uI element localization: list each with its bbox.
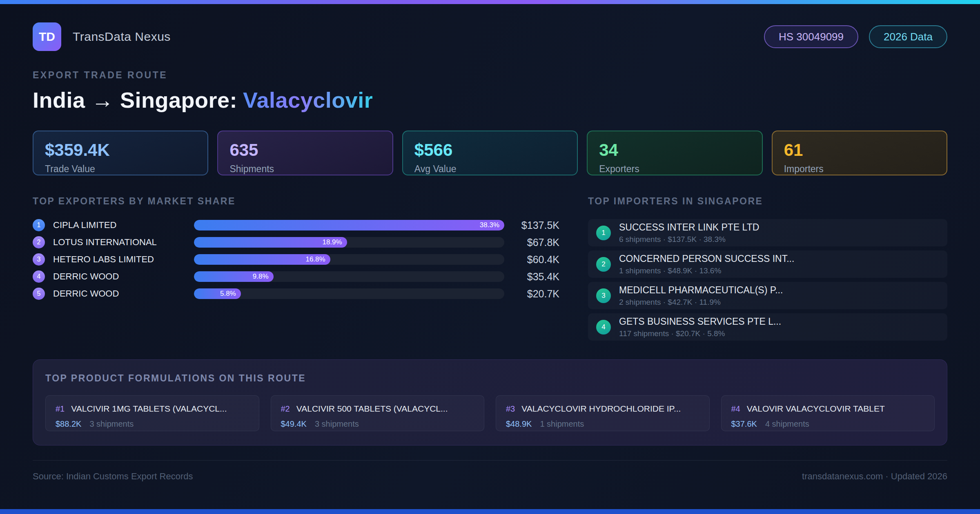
importer-card: 2 CONCERNED PERSON SUCCESS INT... 1 ship… xyxy=(588,250,947,278)
market-share-bar-track: 9.8% xyxy=(194,271,504,282)
brand[interactable]: TD TransData Nexus xyxy=(33,22,171,51)
stats-row: $359.4K Trade Value 635 Shipments $566 A… xyxy=(33,131,947,175)
product-shipments: 1 shipments xyxy=(540,419,584,429)
stat-label: Shipments xyxy=(229,164,381,175)
stat-value: 34 xyxy=(599,140,750,160)
top-accent-bar xyxy=(0,0,980,4)
product-shipments: 4 shipments xyxy=(765,419,809,429)
product-value: $49.4K xyxy=(281,419,307,429)
header: TD TransData Nexus HS 30049099 2026 Data xyxy=(33,22,947,51)
market-share-bar-track: 16.8% xyxy=(194,254,504,265)
page-title: India → Singapore:Valacyclovir xyxy=(33,87,947,113)
stat-card-shipments: 635 Shipments xyxy=(217,131,393,175)
exporter-value: $67.8K xyxy=(512,237,559,248)
product-meta: $49.4K 3 shipments xyxy=(281,419,474,429)
bottom-accent-bar xyxy=(0,509,980,514)
product-rank: #4 xyxy=(731,404,740,414)
product-name: VALCIVIR 1MG TABLETS (VALACYCL... xyxy=(71,404,227,414)
product-rank: #3 xyxy=(506,404,515,414)
exporter-rank-badge: 5 xyxy=(33,288,45,300)
product-header: #4 VALOVIR VALACYCLOVIR TABLET xyxy=(731,404,925,414)
product-title: Valacyclovir xyxy=(243,88,373,112)
product-value: $37.6K xyxy=(731,419,757,429)
importer-name: MEDICELL PHARMACEUTICAL(S) P... xyxy=(619,285,783,296)
market-share-bar-track: 18.9% xyxy=(194,237,504,248)
route-title: India → Singapore: xyxy=(33,88,237,112)
importer-detail: 1 shipments · $48.9K · 13.6% xyxy=(619,266,794,275)
market-share-bar-track: 38.3% xyxy=(194,220,504,230)
stat-label: Trade Value xyxy=(45,164,196,175)
product-name: VALCIVIR 500 TABLETS (VALACYCL... xyxy=(296,404,448,414)
hs-code-badge[interactable]: HS 30049099 xyxy=(764,25,858,48)
exporter-name: DERRIC WOOD xyxy=(53,288,186,299)
columns: TOP EXPORTERS BY MARKET SHARE 1 CIPLA LI… xyxy=(33,196,947,341)
product-name: VALOVIR VALACYCLOVIR TABLET xyxy=(747,404,885,414)
product-card: #3 VALACYCLOVIR HYDROCHLORIDE IP... $48.… xyxy=(496,395,710,431)
importer-rank-badge: 4 xyxy=(596,320,611,335)
exporter-name: LOTUS INTERNATIONAL xyxy=(53,237,186,248)
exporter-value: $20.7K xyxy=(512,288,559,300)
exporter-row: 2 LOTUS INTERNATIONAL 18.9% $67.8K xyxy=(33,236,559,248)
importer-rank-badge: 3 xyxy=(596,288,611,303)
stat-label: Importers xyxy=(784,164,935,175)
stat-value: 61 xyxy=(784,140,935,160)
product-header: #2 VALCIVIR 500 TABLETS (VALACYCL... xyxy=(281,404,474,414)
exporter-value: $60.4K xyxy=(512,254,559,266)
product-shipments: 3 shipments xyxy=(89,419,134,429)
exporter-value: $35.4K xyxy=(512,271,559,283)
year-data-badge[interactable]: 2026 Data xyxy=(869,25,947,48)
importer-info: SUCCESS INTER LINK PTE LTD 6 shipments ·… xyxy=(619,222,759,244)
stat-value: 635 xyxy=(229,140,381,160)
stat-label: Avg Value xyxy=(414,164,566,175)
exporter-row: 5 DERRIC WOOD 5.8% $20.7K xyxy=(33,288,559,300)
product-rank: #2 xyxy=(281,404,290,414)
dashboard: TD TransData Nexus HS 30049099 2026 Data… xyxy=(0,22,980,482)
exporter-rank-badge: 1 xyxy=(33,219,45,231)
importer-info: GETS BUSINESS SERVICES PTE L... 117 ship… xyxy=(619,316,781,338)
stat-card-avg-value: $566 Avg Value xyxy=(402,131,578,175)
importers-section: TOP IMPORTERS IN SINGAPORE 1 SUCCESS INT… xyxy=(588,196,947,341)
product-rank: #1 xyxy=(56,404,65,414)
importers-title: TOP IMPORTERS IN SINGAPORE xyxy=(588,196,947,207)
market-share-percent: 16.8% xyxy=(305,255,325,264)
importer-detail: 6 shipments · $137.5K · 38.3% xyxy=(619,235,759,244)
market-share-bar-fill: 5.8% xyxy=(194,288,241,299)
importer-name: SUCCESS INTER LINK PTE LTD xyxy=(619,222,759,233)
stat-value: $566 xyxy=(414,140,566,160)
product-value: $88.2K xyxy=(56,419,81,429)
importer-name: GETS BUSINESS SERVICES PTE L... xyxy=(619,316,781,327)
product-name: VALACYCLOVIR HYDROCHLORIDE IP... xyxy=(521,404,681,414)
importer-info: MEDICELL PHARMACEUTICAL(S) P... 2 shipme… xyxy=(619,285,783,307)
product-header: #3 VALACYCLOVIR HYDROCHLORIDE IP... xyxy=(506,404,699,414)
product-shipments: 3 shipments xyxy=(315,419,359,429)
exporter-rank-badge: 4 xyxy=(33,270,45,283)
brand-logo[interactable]: TD xyxy=(33,22,61,51)
importer-card: 1 SUCCESS INTER LINK PTE LTD 6 shipments… xyxy=(588,219,947,246)
exporter-rank-badge: 3 xyxy=(33,253,45,266)
exporter-row: 3 HETERO LABS LIMITED 16.8% $60.4K xyxy=(33,253,559,266)
header-badges: HS 30049099 2026 Data xyxy=(764,25,947,48)
market-share-percent: 9.8% xyxy=(253,273,269,281)
brand-name: TransData Nexus xyxy=(73,30,171,44)
market-share-bar-fill: 18.9% xyxy=(194,237,347,248)
exporters-title: TOP EXPORTERS BY MARKET SHARE xyxy=(33,196,559,207)
exporter-rank-badge: 2 xyxy=(33,236,45,248)
product-value: $48.9K xyxy=(506,419,532,429)
products-section: TOP PRODUCT FORMULATIONS ON THIS ROUTE #… xyxy=(33,359,947,445)
importer-card: 4 GETS BUSINESS SERVICES PTE L... 117 sh… xyxy=(588,313,947,341)
market-share-bar-fill: 16.8% xyxy=(194,254,330,265)
market-share-bar-track: 5.8% xyxy=(194,288,504,299)
market-share-bar-fill: 9.8% xyxy=(194,271,274,282)
stat-value: $359.4K xyxy=(45,140,196,160)
importer-rank-badge: 1 xyxy=(596,226,611,240)
products-grid: #1 VALCIVIR 1MG TABLETS (VALACYCL... $88… xyxy=(45,395,935,431)
stat-card-trade-value: $359.4K Trade Value xyxy=(33,131,208,175)
exporter-name: CIPLA LIMITED xyxy=(53,220,186,230)
product-card: #4 VALOVIR VALACYCLOVIR TABLET $37.6K 4 … xyxy=(721,395,935,431)
importer-detail: 2 shipments · $42.7K · 11.9% xyxy=(619,298,783,307)
footer-site: transdatanexus.com · Updated 2026 xyxy=(802,471,947,482)
product-meta: $37.6K 4 shipments xyxy=(731,419,925,429)
exporter-row: 4 DERRIC WOOD 9.8% $35.4K xyxy=(33,270,559,283)
product-header: #1 VALCIVIR 1MG TABLETS (VALACYCL... xyxy=(56,404,249,414)
exporters-list: 1 CIPLA LIMITED 38.3% $137.5K 2 LOTUS IN… xyxy=(33,219,559,300)
